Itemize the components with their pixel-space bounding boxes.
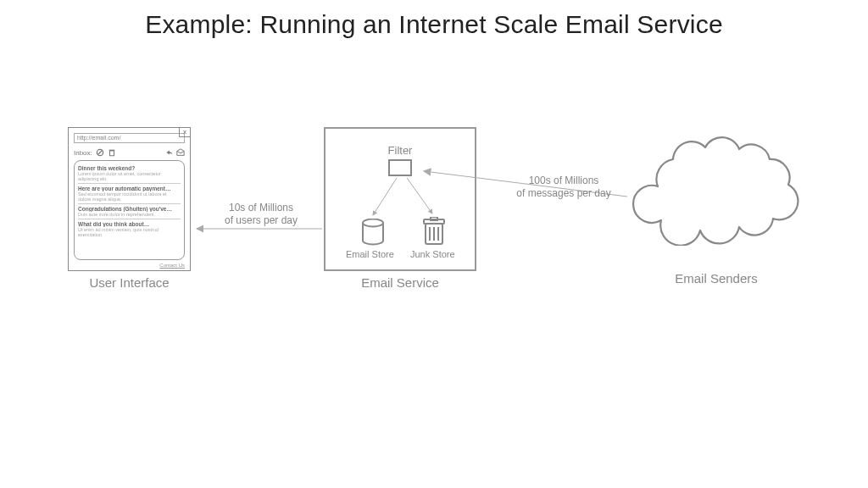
messages-arrow-label: 100s of Millionsof messages per day (509, 175, 619, 200)
message-preview: Sed eiusmod tempor incididunt ut labore … (78, 191, 181, 202)
inbox-toolbar: Inbox: (74, 147, 185, 158)
message-item[interactable]: Congradulations (Ghuiten) you've… Duis a… (78, 204, 181, 219)
message-preview: Duis aute irure dolor in reprehenderit. (78, 212, 181, 217)
svg-rect-3 (108, 150, 114, 151)
message-item[interactable]: Here are your automatic payment… Sed eiu… (78, 184, 181, 204)
reply-icon[interactable] (164, 148, 173, 157)
message-item[interactable]: What did you think about… Ut enim ad min… (78, 219, 181, 239)
svg-line-12 (407, 178, 432, 214)
users-arrow-label: 10s of Millionsof users per day (210, 202, 312, 227)
message-preview: Lorem ipsum dolor sit amet, consectetur … (78, 171, 181, 181)
email-service-box: Filter Email Store Junk Store (324, 127, 476, 271)
message-item[interactable]: Dinner this weekend? Lorem ipsum dolor s… (78, 164, 181, 184)
contact-link[interactable]: Contact Us (159, 263, 185, 268)
service-internal-arrows (326, 129, 478, 273)
message-subject: Congradulations (Ghuiten) you've… (78, 206, 181, 212)
trash-icon[interactable] (108, 148, 116, 157)
slide-title: Example: Running an Internet Scale Email… (0, 10, 868, 39)
email-client-window: x http://email.com/ Inbox: Dinner this w… (68, 127, 191, 271)
svg-line-1 (97, 151, 102, 155)
message-subject: What did you think about… (78, 221, 181, 227)
message-subject: Here are your automatic payment… (78, 186, 181, 191)
svg-line-11 (373, 178, 397, 215)
message-preview: Ut enim ad minim veniam, quis nostrud ex… (78, 227, 181, 237)
message-list: Dinner this weekend? Lorem ipsum dolor s… (74, 160, 185, 260)
inbox-label: Inbox: (74, 149, 92, 157)
email-service-caption: Email Service (324, 275, 476, 290)
window-close-button[interactable]: x (179, 127, 191, 137)
cloud-icon (627, 127, 805, 246)
compose-icon[interactable] (176, 148, 185, 157)
message-subject: Dinner this weekend? (78, 165, 181, 171)
email-senders-caption: Email Senders (627, 271, 805, 286)
user-interface-caption: User Interface (68, 275, 191, 290)
block-icon[interactable] (96, 148, 104, 157)
address-bar[interactable]: http://email.com/ (74, 133, 185, 143)
svg-rect-2 (109, 151, 114, 156)
